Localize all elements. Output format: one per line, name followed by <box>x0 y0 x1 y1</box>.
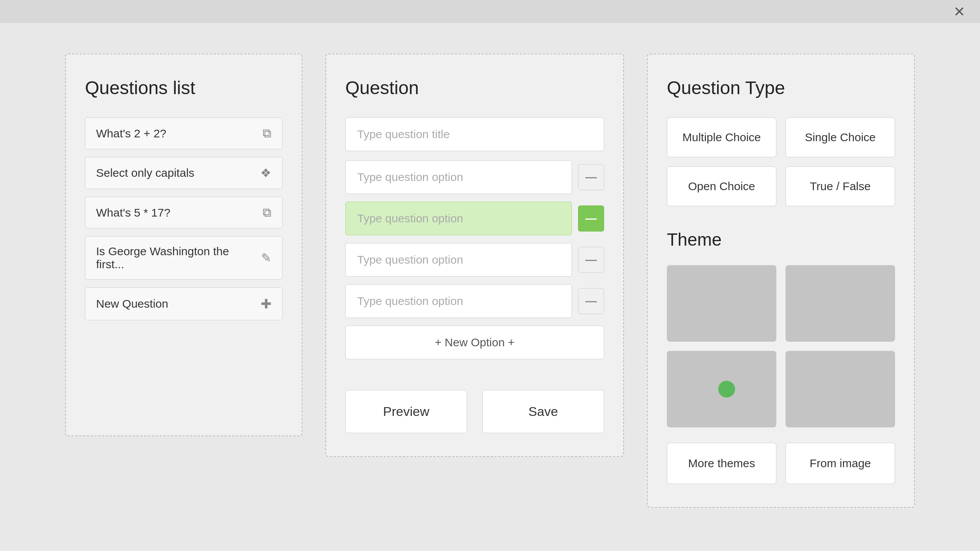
type-buttons-grid: Multiple Choice Single Choice Open Choic… <box>667 117 895 206</box>
minus-icon-2: ― <box>585 213 597 224</box>
new-question-label: New Question <box>96 297 261 310</box>
save-button[interactable]: Save <box>482 390 604 433</box>
option-row-4: ― <box>345 284 604 318</box>
theme-card-1[interactable] <box>667 265 776 342</box>
question-item-1[interactable]: What's 2 + 2? ⧉ <box>85 117 283 149</box>
option-input-1[interactable] <box>345 160 572 194</box>
questions-list-title: Questions list <box>85 77 283 98</box>
copy-icon-3: ⧉ <box>263 205 271 220</box>
main-content: Questions list What's 2 + 2? ⧉ Select on… <box>0 23 980 551</box>
minus-icon-4: ― <box>585 295 597 307</box>
theme-card-2[interactable] <box>786 265 895 342</box>
theme-section-title: Theme <box>667 229 895 250</box>
question-item-3[interactable]: What's 5 * 17? ⧉ <box>85 197 283 228</box>
minus-icon-3: ― <box>585 254 597 266</box>
question-item-2[interactable]: Select only capitals ❖ <box>85 157 283 189</box>
option-input-3[interactable] <box>345 243 572 277</box>
action-buttons: Preview Save <box>345 390 604 433</box>
question-item-4[interactable]: Is George Washington the first... ✎ <box>85 236 283 280</box>
new-question-item[interactable]: New Question ✚ <box>85 287 283 320</box>
grid-icon-2: ❖ <box>260 166 271 180</box>
theme-grid <box>667 265 895 427</box>
close-button[interactable]: × <box>954 2 965 21</box>
question-item-text-4: Is George Washington the first... <box>96 245 255 271</box>
top-bar: × <box>0 0 980 23</box>
question-item-text-3: What's 5 * 17? <box>96 206 256 219</box>
single-choice-btn[interactable]: Single Choice <box>786 117 895 157</box>
questions-list-panel: Questions list What's 2 + 2? ⧉ Select on… <box>65 54 302 436</box>
plus-icon: ✚ <box>261 296 271 311</box>
edit-icon-4: ✎ <box>261 251 271 265</box>
theme-card-4[interactable] <box>786 351 895 427</box>
question-title-input[interactable] <box>345 117 604 151</box>
question-item-text-2: Select only capitals <box>96 166 254 179</box>
option-row-2: ― <box>345 202 604 235</box>
copy-icon-1: ⧉ <box>263 126 271 140</box>
question-panel-title: Question <box>345 77 604 98</box>
minus-icon-1: ― <box>585 171 597 183</box>
true-false-btn[interactable]: True / False <box>786 166 895 206</box>
remove-option-btn-3[interactable]: ― <box>578 247 604 273</box>
question-panel: Question ― ― ― ― <box>325 54 624 457</box>
option-input-4[interactable] <box>345 284 572 318</box>
option-input-2[interactable] <box>345 202 572 235</box>
more-themes-button[interactable]: More themes <box>667 443 776 484</box>
remove-option-btn-1[interactable]: ― <box>578 164 604 190</box>
option-row-3: ― <box>345 243 604 277</box>
multiple-choice-btn[interactable]: Multiple Choice <box>667 117 776 157</box>
theme-action-grid: More themes From image <box>667 443 895 484</box>
option-row-1: ― <box>345 160 604 194</box>
remove-option-btn-4[interactable]: ― <box>578 288 604 314</box>
preview-button[interactable]: Preview <box>345 390 467 433</box>
theme-card-3[interactable] <box>667 351 776 427</box>
from-image-button[interactable]: From image <box>786 443 895 484</box>
question-type-title: Question Type <box>667 77 895 98</box>
open-choice-btn[interactable]: Open Choice <box>667 166 776 206</box>
remove-option-btn-2[interactable]: ― <box>578 205 604 231</box>
question-item-text-1: What's 2 + 2? <box>96 127 256 140</box>
question-type-panel: Question Type Multiple Choice Single Cho… <box>647 54 915 508</box>
new-option-button[interactable]: + New Option + <box>345 326 604 359</box>
